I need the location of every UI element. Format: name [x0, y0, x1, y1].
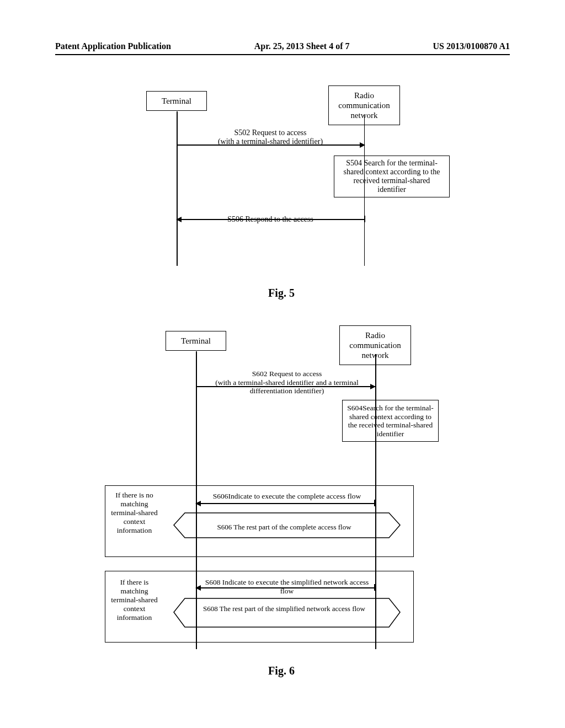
terminal-actor-box: Terminal: [146, 91, 207, 111]
s604-note-box: S604Search for the terminal-shared conte…: [342, 400, 439, 442]
terminal-actor-box: Terminal: [166, 331, 226, 351]
match-group-label: If there is matching terminal-shared con…: [108, 578, 161, 622]
s502-tick: [177, 141, 178, 148]
header-left: Patent Application Publication: [55, 41, 171, 51]
figure-6-caption: Fig. 6: [105, 665, 458, 677]
s602-label: S602 Request to access(with a terminal-s…: [201, 370, 372, 395]
s608-arrow: [196, 587, 375, 588]
s506-tick: [365, 216, 366, 222]
s602-tick: [196, 383, 197, 389]
s502-label: S502 Request to access(with a terminal-s…: [188, 129, 353, 146]
header-divider: [55, 54, 510, 55]
header-center: Apr. 25, 2013 Sheet 4 of 7: [254, 41, 350, 51]
s608-label: S608 Indicate to execute the simplified …: [204, 578, 370, 595]
s602-arrow: [196, 386, 375, 387]
s504-note-box: S504 Search for the terminal-shared cont…: [334, 156, 450, 197]
header-right: US 2013/0100870 A1: [433, 41, 510, 51]
terminal-lifeline: [177, 111, 178, 266]
s502-arrow: [177, 144, 365, 146]
s606-rest-label: S606 The rest part of the complete acces…: [188, 523, 381, 532]
s608-tick: [374, 584, 375, 591]
s506-arrow: [177, 219, 365, 220]
no-match-group-label: If there is no matching terminal-shared …: [108, 491, 161, 535]
s606-tick: [374, 500, 375, 506]
s606-arrow: [196, 503, 375, 504]
s608-rest-label: S608 The rest part of the simplified net…: [188, 604, 381, 613]
s606-label: S606Indicate to execute the complete acc…: [204, 492, 370, 501]
figure-5-caption: Fig. 5: [135, 287, 428, 299]
page-header: Patent Application Publication Apr. 25, …: [0, 41, 565, 51]
